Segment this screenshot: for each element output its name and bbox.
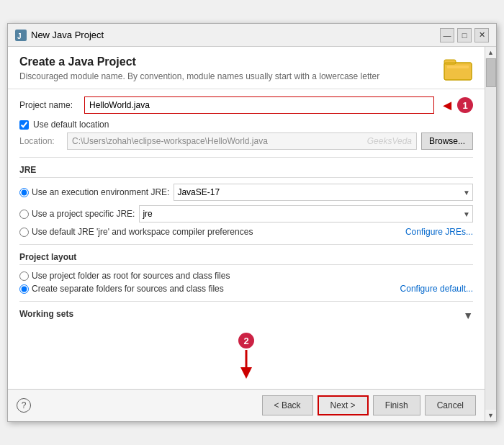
working-sets-chevron-icon: ▼ [463, 310, 473, 321]
use-default-location-checkbox[interactable] [19, 120, 29, 130]
badge-2: 2 [238, 333, 254, 349]
scroll-track [485, 58, 496, 410]
title-bar-left: J New Java Project [15, 30, 104, 41]
next-button[interactable]: Next > [318, 395, 369, 415]
main-content: Create a Java Project Discouraged module… [8, 47, 485, 421]
divider-2 [19, 244, 473, 245]
scroll-down-button[interactable]: ▼ [485, 410, 497, 421]
use-default-location-label: Use default location [33, 120, 109, 130]
working-sets-row: Working sets ▼ [19, 309, 473, 321]
divider-3 [19, 301, 473, 302]
jre-project-select[interactable]: jre [139, 205, 473, 223]
layout-separate-radio-label: Create separate folders for sources and … [19, 284, 224, 294]
svg-rect-3 [444, 60, 456, 64]
location-text: C:\Users\zohah\eclipse-workspace\HelloWo… [72, 136, 367, 146]
java-icon: J [15, 30, 27, 41]
jre-project-select-container: jre ▼ [139, 205, 473, 223]
configure-default-link[interactable]: Configure default... [400, 284, 473, 294]
jre-execution-select[interactable]: JavaSE-17 JavaSE-11 JavaSE-8 [174, 184, 473, 201]
working-sets-header: Working sets [19, 309, 73, 321]
layout-separate-folders-label: Create separate folders for sources and … [32, 284, 224, 294]
jre-default-row: Use default JRE 'jre' and workspace comp… [19, 227, 473, 237]
layout-project-folder-radio[interactable] [19, 271, 29, 281]
close-button[interactable]: ✕ [474, 28, 489, 42]
header-top: Create a Java Project Discouraged module… [19, 55, 473, 81]
cancel-button[interactable]: Cancel [425, 395, 476, 415]
scroll-thumb[interactable] [486, 58, 496, 87]
annotation-1: ◄ 1 [440, 97, 473, 114]
maximize-button[interactable]: □ [457, 28, 472, 42]
badge-1: 1 [457, 97, 473, 113]
footer-buttons: < Back Next > Finish Cancel [262, 395, 476, 415]
header-title: Create a Java Project [19, 55, 379, 68]
svg-marker-7 [240, 367, 252, 379]
scroll-up-button[interactable]: ▲ [485, 47, 497, 58]
layout-separate-folders-row: Create separate folders for sources and … [19, 284, 473, 294]
jre-project-select-wrapper: jre ▼ [139, 205, 473, 223]
configure-jres-link[interactable]: Configure JREs... [405, 227, 473, 237]
red-arrow-down-icon [238, 350, 255, 379]
header-text: Create a Java Project Discouraged module… [19, 55, 379, 81]
jre-default-label: Use default JRE 'jre' and workspace comp… [19, 227, 253, 237]
location-label: Location: [19, 136, 63, 146]
content-area: Create a Java Project Discouraged module… [8, 47, 496, 421]
svg-text:J: J [17, 32, 22, 40]
project-layout-section-header: Project layout [19, 252, 473, 265]
annotation-2: 2 [238, 333, 255, 379]
footer-area: ? < Back Next > Finish Cancel [8, 389, 485, 421]
use-default-location-row: Use default location [19, 120, 473, 130]
minimize-button[interactable]: — [440, 28, 454, 42]
jre-project-row: Use a project specific JRE: jre ▼ [19, 205, 473, 223]
jre-project-label: Use a project specific JRE: [19, 209, 135, 219]
arrow-down-container [238, 350, 255, 379]
location-wrapper: C:\Users\zohah\eclipse-workspace\HelloWo… [67, 132, 417, 150]
layout-separate-folders-radio[interactable] [19, 284, 29, 294]
red-arrow-right-icon: ◄ [440, 97, 454, 114]
main-window: J New Java Project — □ ✕ Create a Java P… [7, 23, 497, 422]
svg-rect-2 [444, 63, 472, 80]
finish-button[interactable]: Finish [373, 395, 420, 415]
divider-1 [19, 157, 473, 158]
layout-project-folder-label: Use project folder as root for sources a… [32, 271, 230, 281]
location-row: Location: C:\Users\zohah\eclipse-workspa… [19, 132, 473, 150]
scrollbar: ▲ ▼ [485, 47, 496, 421]
layout-project-folder-row: Use project folder as root for sources a… [19, 271, 473, 281]
header-subtitle: Discouraged module name. By convention, … [19, 71, 379, 81]
browse-button[interactable]: Browse... [421, 132, 473, 150]
title-bar-controls: — □ ✕ [440, 28, 489, 42]
jre-execution-select-container: JavaSE-17 JavaSE-11 JavaSE-8 ▼ [174, 184, 473, 201]
project-name-row: Project name: ◄ 1 [19, 96, 473, 114]
title-bar-title: New Java Project [31, 30, 104, 40]
jre-section-header: JRE [19, 165, 473, 178]
form-area: Project name: ◄ 1 Use default location L… [8, 89, 485, 389]
project-name-label: Project name: [19, 100, 84, 110]
annotation-2-container: 2 [19, 333, 473, 379]
title-bar: J New Java Project — □ ✕ [8, 24, 496, 47]
jre-execution-row: Use an execution environment JRE: JavaSE… [19, 184, 473, 201]
jre-execution-select-wrapper: JavaSE-17 JavaSE-11 JavaSE-8 ▼ [174, 184, 473, 201]
location-watermark: GeeksVeda [367, 136, 412, 146]
project-name-input[interactable] [84, 96, 434, 114]
back-button[interactable]: < Back [262, 395, 313, 415]
folder-icon [443, 55, 473, 81]
jre-default-radio[interactable] [19, 228, 29, 237]
jre-project-radio[interactable] [19, 210, 29, 219]
jre-execution-radio[interactable] [19, 188, 29, 197]
jre-execution-label: Use an execution environment JRE: [19, 187, 169, 197]
header-section: Create a Java Project Discouraged module… [8, 47, 485, 89]
footer-left: ? [17, 398, 31, 413]
help-button[interactable]: ? [17, 398, 31, 413]
svg-rect-5 [447, 66, 469, 68]
